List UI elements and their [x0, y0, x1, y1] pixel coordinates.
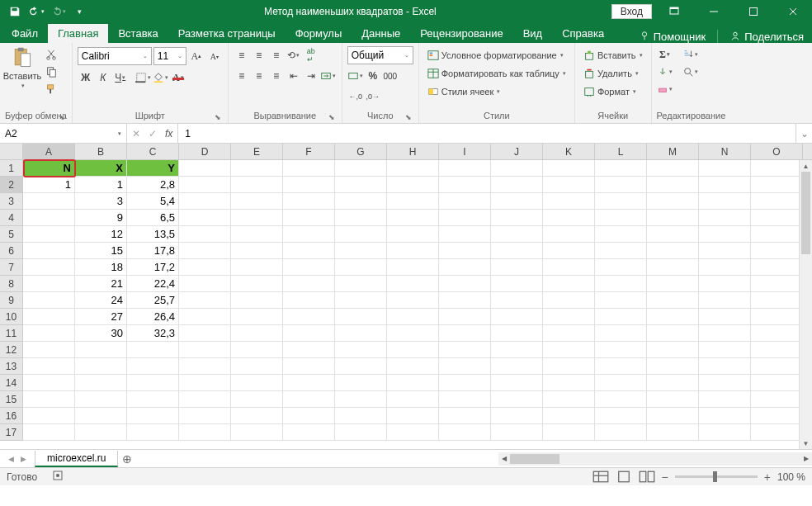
horizontal-scrollbar[interactable]: ◀ ▶: [498, 452, 812, 466]
cell[interactable]: [751, 358, 803, 375]
row-header[interactable]: 1: [0, 160, 23, 177]
cell[interactable]: [595, 309, 647, 325]
cell[interactable]: [283, 243, 335, 259]
cell[interactable]: [595, 226, 647, 243]
border-icon[interactable]: ▾: [135, 69, 152, 86]
scroll-right-icon[interactable]: ▶: [800, 455, 812, 462]
cell[interactable]: [647, 210, 699, 226]
cell[interactable]: [491, 276, 543, 292]
cell[interactable]: [231, 210, 283, 226]
cell[interactable]: [647, 292, 699, 309]
row-header[interactable]: 6: [0, 243, 23, 259]
ribbon-options-icon[interactable]: [657, 0, 692, 23]
cell[interactable]: [335, 276, 387, 292]
cell[interactable]: [387, 160, 439, 177]
cell[interactable]: [543, 375, 595, 391]
cell[interactable]: [231, 243, 283, 259]
align-top-icon[interactable]: ≡: [234, 47, 250, 64]
cell[interactable]: [751, 177, 803, 193]
sheet-next-icon[interactable]: ▶: [21, 455, 26, 463]
cell[interactable]: [179, 325, 231, 342]
cell[interactable]: [387, 358, 439, 375]
sheet-prev-icon[interactable]: ◀: [8, 455, 14, 463]
cell[interactable]: [543, 226, 595, 243]
col-header-B[interactable]: B: [75, 144, 127, 159]
cell[interactable]: [439, 226, 491, 243]
row-header[interactable]: 11: [0, 325, 23, 342]
cell[interactable]: 24: [75, 292, 127, 309]
cell[interactable]: [439, 358, 491, 375]
macro-record-icon[interactable]: [52, 470, 64, 484]
zoom-slider[interactable]: [675, 475, 758, 478]
row-header[interactable]: 15: [0, 391, 23, 408]
cell[interactable]: [179, 193, 231, 210]
cell[interactable]: [335, 424, 387, 441]
row-header[interactable]: 5: [0, 226, 23, 243]
cell[interactable]: [23, 193, 75, 210]
cell[interactable]: [283, 177, 335, 193]
cell[interactable]: [491, 292, 543, 309]
cell[interactable]: [751, 424, 803, 441]
cell[interactable]: [647, 325, 699, 342]
cell[interactable]: [231, 342, 283, 358]
font-name-select[interactable]: Calibri⌄: [78, 47, 152, 65]
cell[interactable]: [23, 424, 75, 441]
cell[interactable]: [335, 177, 387, 193]
cell[interactable]: [23, 309, 75, 325]
cell[interactable]: [751, 342, 803, 358]
cell[interactable]: [543, 160, 595, 177]
cell[interactable]: [439, 177, 491, 193]
row-header[interactable]: 4: [0, 210, 23, 226]
cell[interactable]: 5,4: [127, 193, 179, 210]
row-header[interactable]: 10: [0, 309, 23, 325]
formula-input[interactable]: 1: [178, 124, 795, 143]
cell[interactable]: [491, 424, 543, 441]
cell[interactable]: [335, 375, 387, 391]
comma-icon[interactable]: 000: [382, 68, 399, 84]
cell[interactable]: [387, 276, 439, 292]
redo-icon[interactable]: ▾: [48, 2, 68, 21]
cell[interactable]: [647, 259, 699, 276]
cell[interactable]: [647, 177, 699, 193]
cell[interactable]: [75, 424, 127, 441]
zoom-out-icon[interactable]: −: [662, 471, 668, 484]
cell[interactable]: [127, 375, 179, 391]
cell[interactable]: [283, 292, 335, 309]
cell[interactable]: 22,4: [127, 276, 179, 292]
cell[interactable]: [23, 226, 75, 243]
cell[interactable]: [231, 391, 283, 408]
cell[interactable]: [75, 391, 127, 408]
cell[interactable]: [751, 259, 803, 276]
align-bottom-icon[interactable]: ≡: [268, 47, 285, 64]
cell[interactable]: [387, 309, 439, 325]
cell[interactable]: [335, 342, 387, 358]
cell[interactable]: [231, 424, 283, 441]
cell[interactable]: [595, 358, 647, 375]
cell[interactable]: [699, 375, 751, 391]
cell[interactable]: X: [75, 160, 127, 177]
cell[interactable]: [439, 292, 491, 309]
cell[interactable]: [387, 193, 439, 210]
align-left-icon[interactable]: ≡: [234, 68, 250, 84]
accept-formula-icon[interactable]: ✓: [149, 128, 157, 140]
cell[interactable]: [335, 325, 387, 342]
insert-cells-button[interactable]: Вставить▾: [580, 46, 646, 64]
cell[interactable]: [283, 325, 335, 342]
cell[interactable]: [699, 259, 751, 276]
cell[interactable]: [543, 243, 595, 259]
cell[interactable]: [75, 375, 127, 391]
cell[interactable]: [335, 358, 387, 375]
row-header[interactable]: 12: [0, 342, 23, 358]
cell[interactable]: [179, 342, 231, 358]
merge-icon[interactable]: ▾: [320, 68, 337, 84]
indent-increase-icon[interactable]: ⇥: [303, 68, 319, 84]
cell[interactable]: 18: [75, 259, 127, 276]
tab-view[interactable]: Вид: [513, 24, 553, 43]
cell[interactable]: [231, 177, 283, 193]
cell[interactable]: [751, 325, 803, 342]
cell[interactable]: [335, 226, 387, 243]
cell[interactable]: [595, 342, 647, 358]
cell[interactable]: [699, 177, 751, 193]
cell[interactable]: [179, 292, 231, 309]
cell[interactable]: [283, 193, 335, 210]
